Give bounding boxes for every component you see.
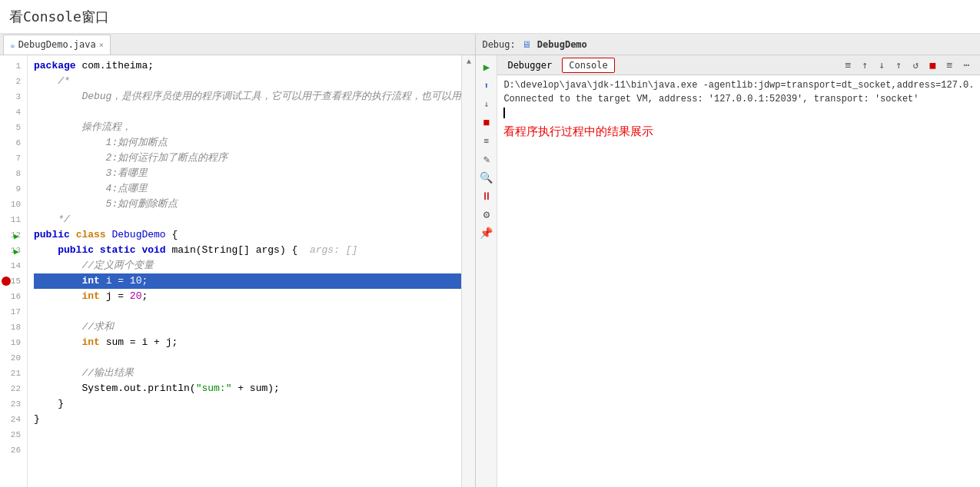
console-line-3 (503, 106, 974, 120)
right-area: Debug: 🖥 DebugDemo ▶ ⬆ ↓ ■ ≡ ✎ 🔍 ⏸ ⚙ 📌 (476, 34, 980, 487)
debug-toolbar-row: ≡ ↑ ↓ ↑ ↺ ■ ≡ ⋯ (618, 58, 978, 73)
line-8: 8 (0, 166, 24, 181)
line-4: 4 (0, 104, 24, 120)
line-14: 14 (0, 258, 24, 273)
ide-container: ☕ DebugDemo.java × 1 2 3 4 5 6 7 8 9 10 … (0, 34, 980, 487)
line-20: 20 (0, 350, 24, 366)
banner-text: 看Console窗口 (9, 8, 109, 26)
code-line-9: 4:点哪里 (34, 181, 461, 197)
pin-btn[interactable]: 📌 (478, 224, 495, 241)
run-to-cursor-btn[interactable]: ✎ (478, 151, 495, 167)
close-icon[interactable]: ≡ (942, 58, 958, 73)
line-10: 10 (0, 197, 24, 212)
step-out-btn[interactable]: ≡ (478, 132, 495, 149)
editor-scrollbar[interactable]: ▲ (461, 55, 475, 487)
top-banner: 看Console窗口 (0, 0, 980, 34)
scroll-up-btn[interactable]: ▲ (463, 55, 475, 68)
line-23: 23 (0, 396, 24, 412)
code-line-10: 5:如何删除断点 (34, 197, 461, 212)
console-tab-label: Console (569, 60, 608, 71)
stop-btn[interactable]: ⏸ (478, 187, 495, 204)
code-line-21: //输出结果 (34, 366, 461, 381)
resume-btn[interactable]: ▶ (478, 58, 495, 75)
evaluate-btn[interactable]: 🔍 (478, 169, 495, 186)
line-16: 16 (0, 289, 24, 304)
console-result-text: 看程序执行过程中的结果展示 (503, 126, 653, 139)
console-cmd-text: D:\develop\java\jdk-11\bin\java.exe -age… (503, 80, 974, 91)
code-line-3: Debug，是供程序员使用的程序调试工具，它可以用于查看程序的执行流程，也可以用 (34, 89, 461, 104)
code-line-25 (34, 427, 461, 442)
stop-icon[interactable]: ■ (925, 58, 941, 73)
line-11: 11 (0, 212, 24, 227)
rerun-icon[interactable]: ↺ (909, 58, 924, 73)
line-7: 7 (0, 151, 24, 166)
code-line-7: 2:如何运行加了断点的程序 (34, 151, 461, 166)
debug-area: ▶ ⬆ ↓ ■ ≡ ✎ 🔍 ⏸ ⚙ 📌 Debugger (476, 55, 980, 487)
code-line-19: int sum = i + j; (34, 335, 461, 350)
clear-console-icon[interactable]: ≡ (841, 58, 856, 73)
code-line-22: System.out.println("sum:" + sum); (34, 381, 461, 396)
console-content: D:\develop\java\jdk-11\bin\java.exe -age… (497, 75, 980, 487)
tab-close-icon[interactable]: × (99, 41, 104, 49)
editor-content: 1 2 3 4 5 6 7 8 9 10 11 12 13 14 15 16 1… (0, 55, 475, 487)
line-17: 17 (0, 304, 24, 320)
debugger-tab-label: Debugger (507, 60, 552, 71)
code-line-26 (34, 442, 461, 458)
line-25: 25 (0, 427, 24, 442)
debugger-tab[interactable]: Debugger (500, 58, 559, 73)
editor-tab-bar: ☕ DebugDemo.java × (0, 34, 475, 55)
code-line-6: 1:如何加断点 (34, 135, 461, 151)
console-line-1: D:\develop\java\jdk-11\bin\java.exe -age… (503, 78, 974, 92)
line-26: 26 (0, 442, 24, 458)
line-6: 6 (0, 135, 24, 151)
scroll-to-end-icon[interactable]: ↑ (858, 58, 873, 73)
line-18: 18 (0, 320, 24, 335)
line-12: 12 (0, 227, 24, 243)
step-into-btn[interactable]: ■ (478, 114, 495, 131)
debug-header: Debug: 🖥 DebugDemo (476, 34, 980, 55)
step-over-up-btn[interactable]: ⬆ (478, 77, 495, 94)
editor-tab-debugdemo[interactable]: ☕ DebugDemo.java × (3, 35, 111, 55)
debug-panel: Debugger Console ≡ ↑ ↓ ↑ ↺ ■ ≡ ⋯ (497, 55, 980, 487)
code-line-16: int j = 20; (34, 289, 461, 304)
line-2: 2 (0, 74, 24, 89)
code-line-1: package com.itheima; (34, 58, 461, 74)
java-file-icon: ☕ (10, 40, 15, 50)
code-line-18: //求和 (34, 320, 461, 335)
debug-vertical-toolbar: ▶ ⬆ ↓ ■ ≡ ✎ 🔍 ⏸ ⚙ 📌 (476, 55, 497, 487)
freeze-output-icon[interactable]: ↓ (875, 58, 890, 73)
code-line-12: public class DebugDemo { (34, 227, 461, 243)
code-line-4 (34, 104, 461, 120)
console-cursor (503, 108, 505, 118)
code-line-13: public static void main(String[] args) {… (34, 243, 461, 258)
settings-icon[interactable]: ↑ (892, 58, 907, 73)
line-9: 9 (0, 181, 24, 197)
code-line-14: //定义两个变量 (34, 258, 461, 273)
line-15: 15 (0, 273, 24, 289)
line-19: 19 (0, 335, 24, 350)
debug-icon: 🖥 (522, 39, 531, 50)
console-tab[interactable]: Console (562, 58, 615, 73)
code-line-15: int i = 10; (34, 273, 461, 289)
line-21: 21 (0, 366, 24, 381)
line-22: 22 (0, 381, 24, 396)
line-1: 1 (0, 58, 24, 74)
code-line-17 (34, 304, 461, 320)
code-line-11: */ (34, 212, 461, 227)
console-line-4: 看程序执行过程中的结果展示 (503, 126, 974, 149)
code-line-24: } (34, 412, 461, 427)
console-line-2: Connected to the target VM, address: '12… (503, 92, 974, 106)
console-info-text: Connected to the target VM, address: '12… (503, 94, 919, 104)
code-area: package com.itheima; /* Debug，是供程序员使用的程序… (28, 55, 461, 487)
line-5: 5 (0, 120, 24, 135)
line-24: 24 (0, 412, 24, 427)
code-line-23: } (34, 396, 461, 412)
step-over-btn[interactable]: ↓ (478, 95, 495, 112)
editor-panel: ☕ DebugDemo.java × 1 2 3 4 5 6 7 8 9 10 … (0, 34, 476, 487)
code-line-5: 操作流程， (34, 120, 461, 135)
editor-tab-label: DebugDemo.java (18, 39, 96, 50)
settings-btn[interactable]: ⚙ (478, 206, 495, 223)
debug-title: DebugDemo (537, 39, 587, 50)
debug-label: Debug: (482, 39, 515, 50)
more-icon[interactable]: ⋯ (959, 58, 975, 73)
